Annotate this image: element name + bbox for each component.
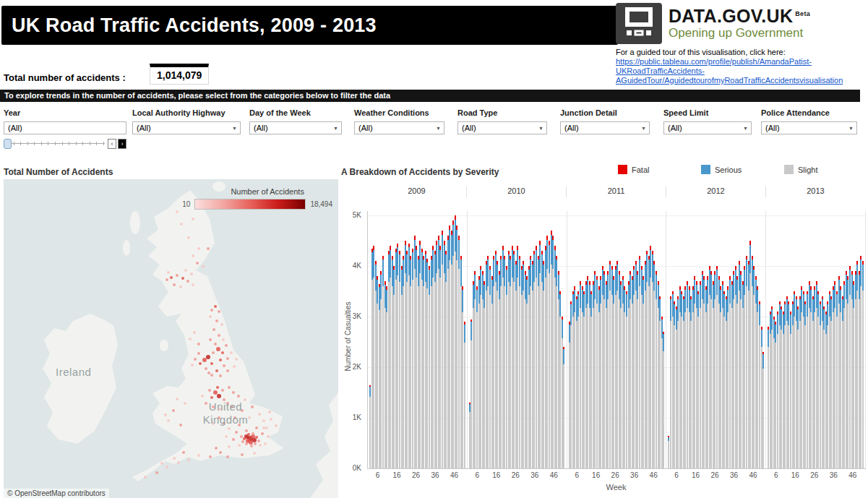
accident-dot[interactable] [221, 389, 224, 392]
accident-dot[interactable] [228, 445, 231, 448]
accident-dot[interactable] [265, 426, 268, 429]
accident-dot[interactable] [218, 334, 220, 337]
accident-dot[interactable] [250, 445, 253, 447]
accident-dot[interactable] [215, 319, 218, 322]
accident-dot[interactable] [155, 471, 158, 474]
accident-dot[interactable] [181, 277, 184, 280]
bar-2009-week-52[interactable] [464, 322, 465, 468]
accident-dot[interactable] [166, 465, 168, 468]
filter-junction-detail-dropdown[interactable]: (All)▼ [560, 121, 650, 134]
accident-dot[interactable] [222, 338, 225, 341]
accident-dot[interactable] [186, 280, 189, 283]
accident-dot[interactable] [192, 283, 194, 286]
accident-dot[interactable] [214, 305, 217, 308]
accident-dot[interactable] [216, 386, 219, 389]
accident-dot[interactable] [264, 442, 267, 445]
accident-dot[interactable] [167, 271, 170, 274]
accident-dot[interactable] [245, 429, 248, 432]
accident-dot[interactable] [213, 390, 218, 395]
accident-dot[interactable] [166, 278, 168, 281]
accident-dot[interactable] [206, 355, 210, 359]
accident-dot[interactable] [215, 369, 218, 372]
accident-dot[interactable] [241, 440, 244, 443]
accident-dot[interactable] [237, 395, 240, 398]
accident-dot[interactable] [261, 432, 264, 435]
accident-dot[interactable] [179, 286, 182, 288]
accident-dot[interactable] [226, 357, 229, 360]
accident-dot[interactable] [187, 236, 190, 239]
accident-dot[interactable] [170, 276, 173, 279]
slider-thumb[interactable] [4, 139, 12, 149]
accident-dot[interactable] [257, 439, 260, 442]
accident-dot[interactable] [173, 457, 176, 460]
accident-dot[interactable] [259, 444, 262, 447]
accident-dot[interactable] [192, 254, 194, 257]
filter-weather-conditions-dropdown[interactable]: (All)▼ [354, 121, 444, 134]
accident-dot[interactable] [219, 451, 222, 454]
accident-dot[interactable] [225, 435, 228, 438]
accident-dot[interactable] [191, 364, 194, 366]
accident-dot[interactable] [245, 442, 248, 445]
accident-dot[interactable] [176, 210, 179, 213]
accident-dot[interactable] [241, 453, 244, 456]
accidents-map[interactable]: Ireland United Kingdom Number of Acciden… [4, 179, 338, 498]
accident-dot[interactable] [233, 365, 236, 368]
bar-2013-week-52[interactable] [862, 261, 864, 468]
accident-dot[interactable] [201, 395, 204, 398]
accident-dot[interactable] [182, 451, 185, 454]
accident-dot[interactable] [240, 435, 243, 438]
filter-police-attendance-dropdown[interactable]: (All)▼ [761, 121, 857, 134]
accident-dot[interactable] [164, 413, 167, 416]
accident-dot[interactable] [219, 359, 222, 361]
accident-dot[interactable] [226, 455, 229, 458]
accident-dot[interactable] [209, 338, 212, 341]
filter-speed-limit-dropdown[interactable]: (All)▼ [663, 121, 752, 134]
accident-dot[interactable] [262, 426, 265, 429]
accident-dot[interactable] [197, 352, 200, 355]
accident-dot[interactable] [176, 398, 179, 400]
accident-dot[interactable] [212, 351, 215, 354]
accident-dot[interactable] [197, 343, 200, 345]
accident-dot[interactable] [199, 362, 202, 365]
accident-dot[interactable] [210, 374, 213, 377]
accident-dot[interactable] [197, 247, 200, 250]
slider-next-button[interactable]: › [118, 139, 126, 149]
accident-dot[interactable] [209, 455, 212, 458]
accident-dot[interactable] [173, 283, 176, 286]
accident-dot[interactable] [218, 310, 220, 313]
accident-dot[interactable] [210, 396, 213, 399]
filter-day-of-the-week-dropdown[interactable]: (All)▼ [249, 121, 342, 134]
accident-dot[interactable] [235, 358, 238, 361]
accident-dot[interactable] [193, 331, 196, 334]
accident-dot[interactable] [210, 309, 213, 312]
accident-dot[interactable] [253, 452, 256, 455]
accident-dot[interactable] [220, 323, 223, 326]
accident-dot[interactable] [205, 367, 207, 370]
accident-dot[interactable] [255, 426, 258, 429]
accident-dot[interactable] [215, 447, 218, 450]
accident-dot[interactable] [172, 409, 175, 412]
filter-year-slider[interactable]: ‹› [4, 138, 126, 150]
accident-dot[interactable] [238, 444, 241, 447]
accident-dot[interactable] [192, 218, 194, 220]
accident-dot[interactable] [177, 461, 180, 464]
accident-dot[interactable] [252, 432, 254, 435]
accident-dot[interactable] [243, 437, 246, 440]
accident-dot[interactable] [209, 315, 212, 318]
accident-dot[interactable] [144, 476, 147, 478]
accident-dot[interactable] [180, 223, 183, 226]
bar-2012-week-52[interactable] [762, 352, 764, 468]
accident-dot[interactable] [190, 272, 193, 275]
accident-dot[interactable] [254, 442, 257, 445]
accident-dot[interactable] [217, 394, 221, 398]
accident-dot[interactable] [196, 262, 199, 265]
accident-dot[interactable] [221, 351, 224, 354]
tour-link[interactable]: https://public.tableau.com/profile/publi… [616, 57, 868, 66]
accident-dot[interactable] [167, 419, 170, 422]
accident-dot[interactable] [210, 362, 213, 365]
accident-dot[interactable] [214, 343, 217, 345]
accident-dot[interactable] [189, 338, 192, 340]
accident-dot[interactable] [225, 344, 228, 347]
accident-dot[interactable] [252, 438, 257, 442]
bar-2011-week-52[interactable] [663, 332, 664, 468]
